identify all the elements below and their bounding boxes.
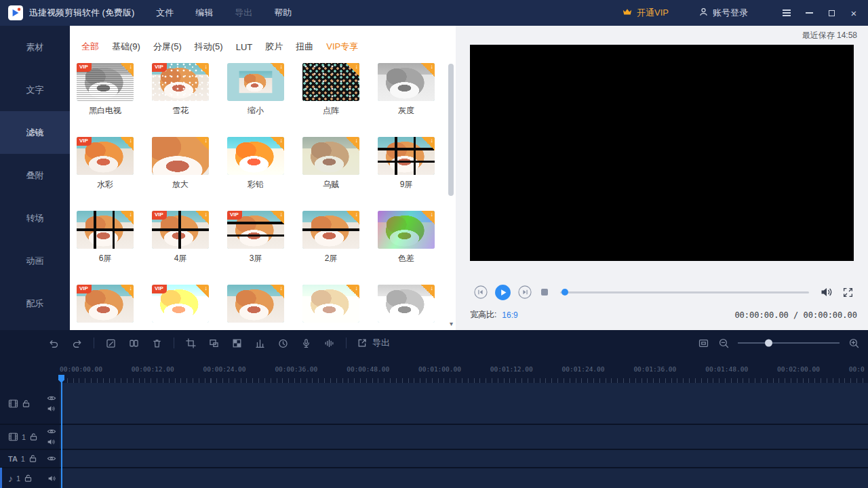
filter-tab[interactable]: 扭曲 xyxy=(296,41,313,53)
filter-item[interactable]: ↓ 6屏 xyxy=(77,211,134,263)
download-icon[interactable]: ↓ xyxy=(120,211,134,224)
filter-item[interactable]: ↓ xyxy=(378,285,435,330)
filter-item[interactable]: VIP ↓ 4屏 xyxy=(152,211,209,263)
play-button[interactable] xyxy=(494,284,511,301)
fit-timeline-button[interactable] xyxy=(697,337,709,349)
volume-button[interactable] xyxy=(820,286,833,298)
speaker-icon[interactable] xyxy=(47,474,56,483)
filter-item[interactable]: VIP ↓ 水彩 xyxy=(77,137,134,189)
adjust-button[interactable] xyxy=(254,337,266,349)
filter-item[interactable]: ↓ 放大 xyxy=(152,137,209,189)
download-icon[interactable]: ↓ xyxy=(195,285,209,298)
open-vip-button[interactable]: 开通VIP xyxy=(622,7,669,19)
eye-icon[interactable] xyxy=(47,455,56,462)
eye-icon[interactable] xyxy=(47,428,56,435)
seek-slider[interactable] xyxy=(560,291,809,293)
sidebar-item[interactable]: 素材 xyxy=(0,26,70,68)
download-icon[interactable]: ↓ xyxy=(271,285,284,298)
download-icon[interactable]: ↓ xyxy=(346,63,359,77)
zoom-in-button[interactable] xyxy=(848,337,860,349)
minimize-button[interactable] xyxy=(803,7,815,19)
zoom-slider-handle[interactable] xyxy=(765,340,772,347)
sidebar-item[interactable]: 叠附 xyxy=(0,154,70,197)
menu-item[interactable]: 帮助 xyxy=(274,7,292,19)
download-icon[interactable]: ↓ xyxy=(421,285,435,298)
voice-button[interactable] xyxy=(323,337,335,349)
filter-item[interactable]: ↓ 9屏 xyxy=(378,137,435,189)
filter-item[interactable]: VIP ↓ 3屏 xyxy=(227,211,284,263)
previous-frame-button[interactable] xyxy=(474,285,488,299)
speaker-icon[interactable] xyxy=(47,438,56,446)
filter-tab[interactable]: 分屏(5) xyxy=(153,41,182,53)
zoom-out-button[interactable] xyxy=(717,337,730,349)
speed-button[interactable] xyxy=(277,337,289,349)
speaker-icon[interactable] xyxy=(47,405,56,413)
menu-item[interactable]: 导出 xyxy=(235,7,252,19)
filter-tab[interactable]: 基础(9) xyxy=(112,41,140,53)
sidebar-item[interactable]: 滤镜 xyxy=(0,111,70,154)
download-icon[interactable]: ↓ xyxy=(195,137,209,150)
filter-tab[interactable]: VIP专享 xyxy=(326,41,358,53)
menu-item[interactable]: 编辑 xyxy=(195,7,213,19)
filter-item[interactable]: ↓ xyxy=(302,285,359,330)
delete-button[interactable] xyxy=(151,337,163,349)
mosaic-button[interactable] xyxy=(231,337,243,349)
filter-item[interactable]: ↓ 彩铅 xyxy=(227,137,284,189)
tracks-scrollbar[interactable] xyxy=(0,468,2,488)
filter-item[interactable]: VIP ↓ 黑白电视 xyxy=(77,63,134,115)
download-icon[interactable]: ↓ xyxy=(271,63,284,77)
scroll-down-icon[interactable]: ▾ xyxy=(450,321,453,327)
filter-tab[interactable]: 全部 xyxy=(81,41,99,53)
menu-item[interactable]: 文件 xyxy=(156,7,174,19)
undo-button[interactable] xyxy=(47,337,60,349)
next-frame-button[interactable] xyxy=(518,285,532,299)
unlock-icon[interactable] xyxy=(28,454,37,463)
eye-icon[interactable] xyxy=(47,394,56,402)
crop-button[interactable] xyxy=(184,337,197,349)
download-icon[interactable]: ↓ xyxy=(120,137,134,150)
split-button[interactable] xyxy=(127,337,140,349)
export-button[interactable]: 导出 xyxy=(357,337,390,349)
download-icon[interactable]: ↓ xyxy=(271,137,284,150)
maximize-button[interactable] xyxy=(825,7,837,19)
filter-item[interactable]: ↓ xyxy=(227,285,284,330)
filter-item[interactable]: ↓ 缩小 xyxy=(227,63,284,115)
pip-button[interactable] xyxy=(208,337,220,349)
aspect-ratio-value[interactable]: 16:9 xyxy=(502,310,517,320)
sidebar-item[interactable]: 动画 xyxy=(0,239,70,282)
window-menu-button[interactable] xyxy=(781,7,793,19)
filter-item[interactable]: VIP ↓ xyxy=(77,285,134,330)
filter-tab[interactable]: LUT xyxy=(236,42,253,52)
stop-button[interactable] xyxy=(540,287,549,297)
filter-item[interactable]: ↓ 点阵 xyxy=(302,63,359,115)
filter-item[interactable]: VIP ↓ xyxy=(152,285,209,330)
filter-item[interactable]: ↓ 色差 xyxy=(378,211,435,263)
download-icon[interactable]: ↓ xyxy=(271,211,284,224)
close-button[interactable]: × xyxy=(848,7,860,19)
download-icon[interactable]: ↓ xyxy=(346,211,359,224)
filter-item[interactable]: ↓ 乌贼 xyxy=(302,137,359,189)
seek-handle[interactable] xyxy=(561,289,568,296)
unlock-icon[interactable] xyxy=(29,432,38,441)
redo-button[interactable] xyxy=(71,337,83,349)
download-icon[interactable]: ↓ xyxy=(346,137,359,150)
sidebar-item[interactable]: 配乐 xyxy=(0,282,70,325)
download-icon[interactable]: ↓ xyxy=(120,285,134,298)
download-icon[interactable]: ↓ xyxy=(421,211,435,224)
filter-scrollbar[interactable] xyxy=(448,58,454,324)
unlock-icon[interactable] xyxy=(24,474,33,483)
account-login-button[interactable]: 账号登录 xyxy=(698,7,748,19)
filter-item[interactable]: VIP ↓ 雪花 xyxy=(152,63,209,115)
sidebar-item[interactable]: 转场 xyxy=(0,197,70,239)
fullscreen-button[interactable] xyxy=(842,287,854,298)
timeline-zoom-slider[interactable] xyxy=(738,342,840,344)
filter-item[interactable]: ↓ 灰度 xyxy=(378,63,435,115)
unlock-icon[interactable] xyxy=(22,399,31,408)
filter-tab[interactable]: 抖动(5) xyxy=(195,41,223,53)
filter-item[interactable]: ↓ 2屏 xyxy=(302,211,359,263)
download-icon[interactable]: ↓ xyxy=(195,63,209,77)
edit-button[interactable] xyxy=(104,337,117,349)
download-icon[interactable]: ↓ xyxy=(346,285,359,298)
download-icon[interactable]: ↓ xyxy=(120,63,134,77)
download-icon[interactable]: ↓ xyxy=(195,211,209,224)
